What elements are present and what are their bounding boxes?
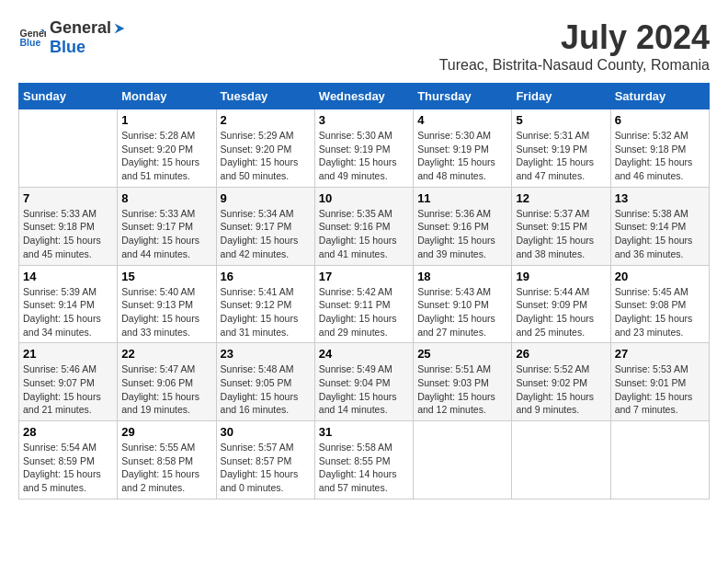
calendar-cell: 11Sunrise: 5:36 AM Sunset: 9:16 PM Dayli… [414, 187, 512, 265]
month-title: July 2024 [439, 18, 710, 57]
day-info: Sunrise: 5:53 AM Sunset: 9:01 PM Dayligh… [615, 362, 705, 417]
calendar-cell [19, 109, 118, 188]
calendar-cell: 2Sunrise: 5:29 AM Sunset: 9:20 PM Daylig… [216, 109, 314, 188]
day-number: 30 [221, 425, 311, 439]
title-area: July 2024 Tureac, Bistrita-Nasaud County… [439, 18, 710, 74]
day-info: Sunrise: 5:38 AM Sunset: 9:14 PM Dayligh… [615, 207, 705, 261]
calendar-cell: 3Sunrise: 5:30 AM Sunset: 9:19 PM Daylig… [314, 109, 413, 188]
logo-blue-text: Blue [50, 38, 128, 57]
calendar-cell: 13Sunrise: 5:38 AM Sunset: 9:14 PM Dayli… [610, 187, 709, 265]
day-number: 18 [417, 270, 507, 283]
svg-text:Blue: Blue [20, 37, 41, 48]
day-number: 15 [121, 270, 211, 283]
logo-icon: General Blue [18, 24, 46, 52]
calendar-cell: 4Sunrise: 5:30 AM Sunset: 9:19 PM Daylig… [414, 109, 512, 188]
calendar-cell: 21Sunrise: 5:46 AM Sunset: 9:07 PM Dayli… [19, 343, 118, 421]
calendar-cell: 10Sunrise: 5:35 AM Sunset: 9:16 PM Dayli… [314, 187, 413, 265]
day-number: 27 [615, 347, 705, 361]
day-number: 8 [121, 191, 211, 205]
calendar-week-row: 14Sunrise: 5:39 AM Sunset: 9:14 PM Dayli… [19, 265, 710, 343]
calendar-cell: 7Sunrise: 5:33 AM Sunset: 9:18 PM Daylig… [19, 187, 118, 265]
day-info: Sunrise: 5:52 AM Sunset: 9:02 PM Dayligh… [516, 362, 606, 417]
day-number: 13 [615, 191, 705, 205]
calendar-cell: 14Sunrise: 5:39 AM Sunset: 9:14 PM Dayli… [19, 265, 118, 343]
day-info: Sunrise: 5:30 AM Sunset: 9:19 PM Dayligh… [417, 129, 507, 183]
day-info: Sunrise: 5:40 AM Sunset: 9:13 PM Dayligh… [121, 285, 211, 339]
weekday-header-cell: Sunday [19, 84, 118, 109]
day-number: 12 [516, 191, 606, 205]
day-number: 16 [221, 270, 311, 283]
day-number: 19 [516, 270, 606, 283]
calendar-cell: 17Sunrise: 5:42 AM Sunset: 9:11 PM Dayli… [314, 265, 413, 343]
day-info: Sunrise: 5:29 AM Sunset: 9:20 PM Dayligh… [221, 129, 311, 183]
calendar-cell: 5Sunrise: 5:31 AM Sunset: 9:19 PM Daylig… [512, 109, 610, 188]
calendar-cell: 19Sunrise: 5:44 AM Sunset: 9:09 PM Dayli… [512, 265, 610, 343]
calendar-cell: 25Sunrise: 5:51 AM Sunset: 9:03 PM Dayli… [414, 343, 512, 421]
calendar-cell: 20Sunrise: 5:45 AM Sunset: 9:08 PM Dayli… [610, 265, 709, 343]
day-info: Sunrise: 5:46 AM Sunset: 9:07 PM Dayligh… [23, 362, 113, 417]
day-info: Sunrise: 5:51 AM Sunset: 9:03 PM Dayligh… [417, 362, 507, 417]
header: General Blue General Blue July 2024 Ture… [18, 18, 710, 74]
calendar-cell: 23Sunrise: 5:48 AM Sunset: 9:05 PM Dayli… [216, 343, 314, 421]
day-info: Sunrise: 5:44 AM Sunset: 9:09 PM Dayligh… [516, 285, 606, 339]
calendar-cell: 29Sunrise: 5:55 AM Sunset: 8:58 PM Dayli… [118, 421, 216, 500]
day-info: Sunrise: 5:32 AM Sunset: 9:18 PM Dayligh… [615, 129, 705, 183]
day-number: 3 [319, 113, 409, 127]
calendar-cell: 27Sunrise: 5:53 AM Sunset: 9:01 PM Dayli… [610, 343, 709, 421]
day-info: Sunrise: 5:36 AM Sunset: 9:16 PM Dayligh… [417, 207, 507, 261]
day-info: Sunrise: 5:58 AM Sunset: 8:55 PM Dayligh… [319, 441, 409, 495]
weekday-header-cell: Tuesday [216, 84, 314, 109]
day-number: 17 [319, 270, 409, 283]
calendar-cell: 31Sunrise: 5:58 AM Sunset: 8:55 PM Dayli… [314, 421, 413, 500]
day-info: Sunrise: 5:49 AM Sunset: 9:04 PM Dayligh… [319, 362, 409, 417]
day-info: Sunrise: 5:39 AM Sunset: 9:14 PM Dayligh… [23, 285, 113, 339]
day-info: Sunrise: 5:57 AM Sunset: 8:57 PM Dayligh… [221, 441, 311, 495]
calendar-body: 1Sunrise: 5:28 AM Sunset: 9:20 PM Daylig… [19, 109, 710, 500]
day-number: 7 [23, 191, 113, 205]
weekday-header-cell: Wednesday [314, 84, 413, 109]
calendar-cell: 30Sunrise: 5:57 AM Sunset: 8:57 PM Dayli… [216, 421, 314, 500]
day-info: Sunrise: 5:33 AM Sunset: 9:18 PM Dayligh… [23, 207, 113, 261]
calendar-week-row: 1Sunrise: 5:28 AM Sunset: 9:20 PM Daylig… [19, 109, 710, 188]
day-info: Sunrise: 5:43 AM Sunset: 9:10 PM Dayligh… [417, 285, 507, 339]
day-info: Sunrise: 5:30 AM Sunset: 9:19 PM Dayligh… [319, 129, 409, 183]
day-number: 14 [23, 270, 113, 283]
day-number: 5 [516, 113, 606, 127]
day-info: Sunrise: 5:47 AM Sunset: 9:06 PM Dayligh… [121, 362, 211, 417]
day-number: 10 [319, 191, 409, 205]
weekday-header-cell: Friday [512, 84, 610, 109]
weekday-header-cell: Saturday [610, 84, 709, 109]
day-number: 25 [417, 347, 507, 361]
day-number: 1 [121, 113, 211, 127]
day-number: 21 [23, 347, 113, 361]
day-number: 28 [23, 425, 113, 439]
calendar-cell: 9Sunrise: 5:34 AM Sunset: 9:17 PM Daylig… [216, 187, 314, 265]
calendar-cell: 1Sunrise: 5:28 AM Sunset: 9:20 PM Daylig… [118, 109, 216, 188]
day-info: Sunrise: 5:33 AM Sunset: 9:17 PM Dayligh… [121, 207, 211, 261]
calendar-cell: 26Sunrise: 5:52 AM Sunset: 9:02 PM Dayli… [512, 343, 610, 421]
day-info: Sunrise: 5:54 AM Sunset: 8:59 PM Dayligh… [23, 441, 113, 495]
calendar-cell: 22Sunrise: 5:47 AM Sunset: 9:06 PM Dayli… [118, 343, 216, 421]
calendar-cell: 24Sunrise: 5:49 AM Sunset: 9:04 PM Dayli… [314, 343, 413, 421]
logo-general-text: General [50, 18, 111, 38]
weekday-header-row: SundayMondayTuesdayWednesdayThursdayFrid… [19, 84, 710, 109]
day-info: Sunrise: 5:28 AM Sunset: 9:20 PM Dayligh… [121, 129, 211, 183]
calendar-cell: 28Sunrise: 5:54 AM Sunset: 8:59 PM Dayli… [19, 421, 118, 500]
day-info: Sunrise: 5:48 AM Sunset: 9:05 PM Dayligh… [221, 362, 311, 417]
logo-arrow-icon [111, 20, 128, 37]
day-number: 4 [417, 113, 507, 127]
day-info: Sunrise: 5:45 AM Sunset: 9:08 PM Dayligh… [615, 285, 705, 339]
day-info: Sunrise: 5:35 AM Sunset: 9:16 PM Dayligh… [319, 207, 409, 261]
day-number: 2 [221, 113, 311, 127]
day-number: 26 [516, 347, 606, 361]
location-title: Tureac, Bistrita-Nasaud County, Romania [439, 57, 710, 74]
calendar-cell [414, 421, 512, 500]
day-number: 6 [615, 113, 705, 127]
day-number: 24 [319, 347, 409, 361]
calendar-week-row: 21Sunrise: 5:46 AM Sunset: 9:07 PM Dayli… [19, 343, 710, 421]
day-info: Sunrise: 5:42 AM Sunset: 9:11 PM Dayligh… [319, 285, 409, 339]
calendar-cell: 6Sunrise: 5:32 AM Sunset: 9:18 PM Daylig… [610, 109, 709, 188]
day-number: 23 [221, 347, 311, 361]
day-number: 20 [615, 270, 705, 283]
day-info: Sunrise: 5:41 AM Sunset: 9:12 PM Dayligh… [221, 285, 311, 339]
